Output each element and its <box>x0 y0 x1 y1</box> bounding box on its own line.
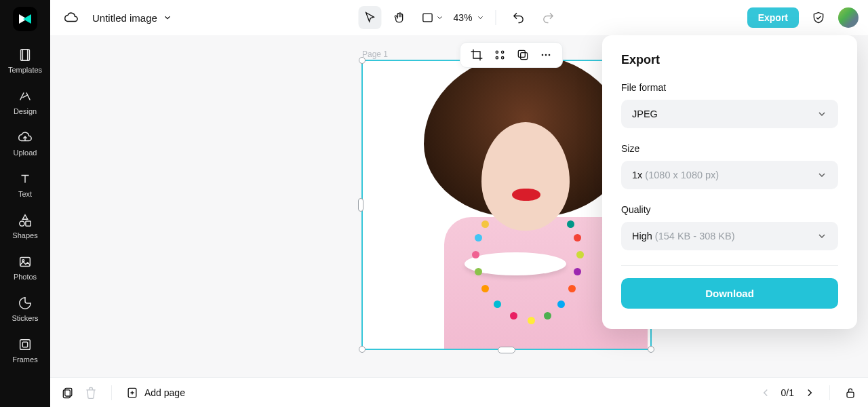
sidebar-item-label: Upload <box>14 149 37 157</box>
chevron-down-icon <box>816 170 827 180</box>
select-tool-button[interactable] <box>358 6 381 29</box>
sidebar-item-upload[interactable]: Upload <box>0 123 50 165</box>
sidebar-item-frames[interactable]: Frames <box>0 330 50 372</box>
svg-point-12 <box>502 57 504 59</box>
lock-open-icon <box>844 386 857 400</box>
crop-icon <box>470 48 484 62</box>
sidebar-item-label: Templates <box>8 66 42 74</box>
svg-rect-19 <box>63 389 70 398</box>
svg-point-10 <box>502 51 504 53</box>
undo-icon <box>512 11 526 24</box>
size-value: 1x (1080 x 1080 px) <box>632 170 719 180</box>
user-avatar[interactable] <box>838 7 859 28</box>
svg-rect-18 <box>65 388 72 396</box>
canvas-size-button[interactable] <box>418 6 446 29</box>
file-format-label: File format <box>621 82 838 93</box>
more-horizontal-icon <box>539 48 553 62</box>
file-format-value: JPEG <box>632 109 658 119</box>
app-logo[interactable] <box>13 7 37 31</box>
chevron-down-icon <box>477 14 485 22</box>
upload-icon <box>18 130 33 145</box>
document-title[interactable]: Untitled image <box>92 12 172 24</box>
shapes-icon <box>18 213 33 228</box>
chevron-down-icon <box>816 109 827 119</box>
crop-button[interactable] <box>470 48 484 62</box>
resize-handle-br[interactable] <box>648 346 654 353</box>
svg-point-16 <box>545 54 547 56</box>
add-page-icon <box>125 386 139 400</box>
resize-handle-mb[interactable] <box>498 347 515 353</box>
next-page-button[interactable] <box>804 387 816 399</box>
chevron-down-icon <box>163 13 172 22</box>
add-page-button[interactable]: Add page <box>125 386 185 400</box>
lock-button[interactable] <box>844 386 857 400</box>
svg-point-2 <box>20 221 24 226</box>
add-page-label: Add page <box>144 387 185 398</box>
cloud-icon <box>64 10 79 25</box>
size-label: Size <box>621 143 838 154</box>
export-button[interactable]: Export <box>747 7 799 28</box>
prev-page-button[interactable] <box>760 387 772 399</box>
quality-value: High (154 KB - 308 KB) <box>632 231 735 241</box>
sidebar-item-photos[interactable]: Photos <box>0 248 50 289</box>
more-options-button[interactable] <box>539 48 553 62</box>
export-panel: Export File format JPEG Size 1x (1080 x … <box>602 35 857 329</box>
design-icon <box>18 89 33 104</box>
size-select[interactable]: 1x (1080 x 1080 px) <box>621 161 838 189</box>
download-button[interactable]: Download <box>621 278 838 309</box>
undo-button[interactable] <box>507 6 530 29</box>
svg-rect-8 <box>423 14 432 22</box>
zoom-control[interactable]: 43% <box>453 12 484 23</box>
svg-rect-1 <box>22 50 27 61</box>
sidebar-item-stickers[interactable]: Stickers <box>0 289 50 330</box>
svg-rect-21 <box>847 392 854 398</box>
pages-overview-button[interactable] <box>61 386 75 400</box>
resize-handle-ml[interactable] <box>358 198 363 212</box>
svg-point-17 <box>549 54 551 56</box>
frame-icon <box>420 11 434 24</box>
document-title-text: Untitled image <box>92 12 157 24</box>
left-sidebar: Templates Design Upload Text Shapes Phot… <box>0 0 50 407</box>
sidebar-item-design[interactable]: Design <box>0 82 50 123</box>
shield-check-icon <box>812 11 825 24</box>
svg-rect-7 <box>22 342 27 347</box>
file-format-select[interactable]: JPEG <box>621 100 838 128</box>
background-remove-button[interactable] <box>493 48 507 62</box>
sidebar-item-templates[interactable]: Templates <box>0 41 50 82</box>
duplicate-button[interactable] <box>516 48 530 62</box>
sidebar-item-text[interactable]: Text <box>0 165 50 206</box>
delete-page-button[interactable] <box>84 386 98 400</box>
duplicate-icon <box>516 48 530 62</box>
text-icon <box>18 172 33 187</box>
photos-icon <box>18 254 33 269</box>
image-region-necklace <box>468 214 583 343</box>
page-indicator: 0/1 <box>781 387 794 398</box>
chevron-down-icon <box>816 231 827 241</box>
sidebar-item-shapes[interactable]: Shapes <box>0 206 50 248</box>
quality-select[interactable]: High (154 KB - 308 KB) <box>621 222 838 250</box>
export-panel-title: Export <box>621 53 838 67</box>
svg-point-9 <box>496 51 498 53</box>
cloud-sync-button[interactable] <box>60 6 83 29</box>
shield-button[interactable] <box>807 6 830 29</box>
page-label: Page 1 <box>362 50 388 59</box>
image-region-lips <box>512 189 540 201</box>
capcut-logo-icon <box>17 11 33 27</box>
svg-rect-6 <box>20 340 31 350</box>
resize-handle-bl[interactable] <box>359 346 366 353</box>
svg-rect-14 <box>518 50 525 57</box>
redo-button[interactable] <box>537 6 560 29</box>
svg-rect-3 <box>26 221 31 226</box>
sidebar-item-label: Design <box>14 107 37 115</box>
hand-tool-button[interactable] <box>388 6 411 29</box>
templates-icon <box>18 47 33 62</box>
top-toolbar: Untitled image 43% Export <box>50 0 868 35</box>
export-panel-divider <box>621 265 838 266</box>
sidebar-item-label: Photos <box>14 273 37 281</box>
sidebar-item-label: Frames <box>12 355 37 364</box>
svg-rect-13 <box>521 53 528 60</box>
frames-icon <box>18 337 33 352</box>
svg-rect-4 <box>20 258 31 267</box>
svg-point-11 <box>496 57 498 59</box>
resize-handle-tl[interactable] <box>359 57 366 64</box>
